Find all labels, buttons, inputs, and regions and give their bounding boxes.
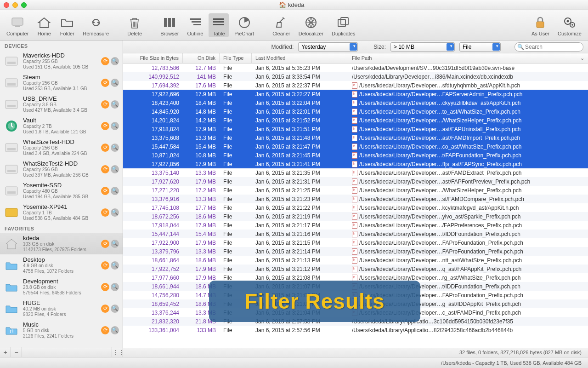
column-header-type[interactable]: File Type <box>220 53 252 63</box>
magnify-icon[interactable]: 🔍 <box>111 144 119 152</box>
magnify-icon[interactable]: 🔍 <box>111 261 119 270</box>
sidebar-item[interactable]: Mavericks-HDDCapacity 255 GBUsed 151 GB,… <box>0 50 123 72</box>
table-row[interactable]: 18,423,40018.4 MBFileJan 6, 2015 at 3:22… <box>123 98 588 107</box>
window-minimize-button[interactable] <box>12 2 18 8</box>
table-row[interactable]: 133,361,004133 MBFileJan 6, 2015 at 2:57… <box>123 326 588 334</box>
table-row[interactable]: 15,447,14415.4 MBFileJan 6, 2015 at 3:21… <box>123 230 588 238</box>
sidebar-item[interactable]: HUGE40.2 MB on disk9820 Files, 4 Folders… <box>0 298 123 319</box>
window-close-button[interactable] <box>4 2 9 8</box>
table-row[interactable]: 13,375,14013.3 MBFileJan 6, 2015 at 3:21… <box>123 168 588 177</box>
sidebar-item[interactable]: Yosemite-SSDCapacity 480 GBUsed 194 GB, … <box>0 180 123 201</box>
table-row[interactable]: 18,661,94418.6 MBFileJan 6, 2015 at 3:21… <box>123 282 588 291</box>
sidebar-remove-button[interactable]: − <box>11 347 22 357</box>
filter-size-select[interactable]: > 10 MB <box>390 42 455 52</box>
table-row[interactable]: 17,977,66017.9 MBFileJan 6, 2015 at 3:21… <box>123 273 588 282</box>
asuser-button[interactable]: As User <box>529 13 552 37</box>
refresh-icon[interactable]: ⟳ <box>101 305 109 313</box>
delete-button[interactable]: Delete <box>124 13 145 37</box>
folder-button[interactable]: Folder <box>57 13 77 37</box>
column-header-size[interactable]: File Size in Bytes <box>123 53 183 63</box>
table-row[interactable]: 12,783,58612.7 MBFileJan 6, 2015 at 5:35… <box>123 63 588 72</box>
magnify-icon[interactable]: 🔍 <box>111 165 119 173</box>
table-row[interactable]: 18,672,25618.6 MBFileJan 6, 2015 at 3:21… <box>123 212 588 221</box>
table-row[interactable]: 17,927,62017.9 MBFileJan 6, 2015 at 3:21… <box>123 177 588 186</box>
sidebar-item[interactable]: SteamCapacity 256 GBUsed 253 GB, Availab… <box>0 72 123 93</box>
refresh-icon[interactable]: ⟳ <box>101 100 109 109</box>
table-row[interactable]: 14,845,92014.8 MBFileJan 6, 2015 at 3:22… <box>123 107 588 116</box>
refresh-icon[interactable]: ⟳ <box>101 57 109 65</box>
duplicates-button[interactable]: Duplicates <box>329 13 358 37</box>
sidebar-item[interactable]: Desktop4.9 GB on disk4758 Files, 1072 Fo… <box>0 254 123 276</box>
table-row[interactable]: 17,745,10817.7 MBFileJan 6, 2015 at 3:21… <box>123 203 588 212</box>
refresh-icon[interactable]: ⟳ <box>101 283 109 291</box>
sidebar-item[interactable]: VaultCapacity 2 TBUsed 1.8 TB, Available… <box>0 115 123 137</box>
table-row[interactable]: 18,659,45218.6 MBFileJan 6, 2015 at 3:21… <box>123 299 588 308</box>
table-row[interactable]: 17,927,85617.9 MBFileJan 6, 2015 at 3:21… <box>123 160 588 168</box>
table-row[interactable]: 13,376,91613.3 MBFileJan 6, 2015 at 3:21… <box>123 195 588 203</box>
table-row[interactable]: 17,922,69617.9 MBFileJan 6, 2015 at 3:22… <box>123 90 588 98</box>
refresh-icon[interactable]: ⟳ <box>101 122 109 130</box>
column-header-path[interactable]: File Path⌄ <box>348 53 588 63</box>
table-row[interactable]: 15,447,58415.4 MBFileJan 6, 2015 at 3:21… <box>123 142 588 151</box>
refresh-icon[interactable]: ⟳ <box>101 261 109 270</box>
table-row[interactable]: 18,661,86418.6 MBFileJan 6, 2015 at 3:21… <box>123 256 588 264</box>
refresh-icon[interactable]: ⟳ <box>101 208 109 217</box>
column-header-modified[interactable]: Last Modified <box>252 53 348 63</box>
computer-button[interactable]: Computer <box>4 13 31 37</box>
sidebar-item[interactable]: USB_DRIVECapacity 3.8 GBUsed 427 MB, Ava… <box>0 93 123 115</box>
table-row[interactable]: 14,756,28014.7 MBFileJan 6, 2015 at 3:21… <box>123 291 588 299</box>
table-row[interactable]: 13,379,79613.3 MBFileJan 6, 2015 at 3:21… <box>123 247 588 256</box>
refresh-icon[interactable]: ⟳ <box>101 165 109 173</box>
column-header-disk[interactable]: On Disk <box>183 53 220 63</box>
window-zoom-button[interactable] <box>21 2 27 8</box>
sidebar-item[interactable]: Yosemite-XP941Capacity 1 TBUsed 538 GB, … <box>0 201 123 223</box>
table-row[interactable]: 13,376,24413.3 MBFileJan 6, 2015 at 3:21… <box>123 308 588 317</box>
browser-view-button[interactable]: Browser <box>158 13 181 37</box>
refresh-icon[interactable]: ⟳ <box>101 240 109 248</box>
sidebar-item[interactable]: Development28.8 GB on disk579544 Files, … <box>0 276 123 298</box>
magnify-icon[interactable]: 🔍 <box>111 208 119 217</box>
magnify-icon[interactable]: 🔍 <box>111 305 119 313</box>
table-row[interactable]: 17,922,75217.9 MBFileJan 6, 2015 at 3:21… <box>123 264 588 273</box>
table-row[interactable]: 14,201,82414.2 MBFileJan 6, 2015 at 3:21… <box>123 116 588 125</box>
table-view-button[interactable]: Table <box>209 13 229 37</box>
home-button[interactable]: Home <box>34 13 54 37</box>
cleaner-button[interactable]: Cleaner <box>270 13 293 37</box>
remeasure-button[interactable]: Remeasure <box>80 13 112 37</box>
sidebar-grip[interactable]: ⋮⋮ <box>112 347 123 357</box>
table-row[interactable]: 17,694,39217.6 MBFileJan 6, 2015 at 3:22… <box>123 81 588 90</box>
table-row[interactable]: 10,871,02410.8 MBFileJan 6, 2015 at 3:21… <box>123 151 588 160</box>
table-row[interactable]: 17,271,22017.2 MBFileJan 6, 2015 at 3:21… <box>123 186 588 195</box>
refresh-icon[interactable]: ⟳ <box>101 79 109 87</box>
outline-view-button[interactable]: Outline <box>185 13 206 37</box>
magnify-icon[interactable]: 🔍 <box>111 326 119 334</box>
customize-button[interactable]: Customize <box>555 13 584 37</box>
refresh-icon[interactable]: ⟳ <box>101 187 109 195</box>
magnify-icon[interactable]: 🔍 <box>111 240 119 248</box>
table-row[interactable]: 13,375,60813.3 MBFileJan 6, 2015 at 3:21… <box>123 133 588 142</box>
table-row[interactable]: 17,918,82417.9 MBFileJan 6, 2015 at 3:21… <box>123 125 588 133</box>
search-input[interactable] <box>514 42 583 52</box>
sidebar-item[interactable]: Music5 GB on disk2126 Files, 2241 Folder… <box>0 319 123 341</box>
table-body[interactable]: 12,783,58612.7 MBFileJan 6, 2015 at 5:35… <box>123 63 588 348</box>
delocalizer-button[interactable]: Delocalizer <box>296 13 326 37</box>
refresh-icon[interactable]: ⟳ <box>101 326 109 334</box>
sidebar-item[interactable]: WhatSizeTest2-HDDCapacity 256 GBUsed 337… <box>0 158 123 180</box>
refresh-icon[interactable]: ⟳ <box>101 144 109 152</box>
sidebar-item[interactable]: WhatSizeTest-HDDCapacity 256 GBUsed 3.4 … <box>0 137 123 158</box>
magnify-icon[interactable]: 🔍 <box>111 187 119 195</box>
sidebar-add-button[interactable]: + <box>0 347 11 357</box>
table-row[interactable]: 17,918,04417.9 MBFileJan 6, 2015 at 3:21… <box>123 221 588 230</box>
filter-modified-select[interactable]: Yesterday <box>298 42 358 52</box>
filter-kind-select[interactable]: File <box>459 42 501 52</box>
table-row[interactable]: 21,832,32021.8 MBFileJan 6, 2015 at 2:57… <box>123 317 588 326</box>
table-row[interactable]: 140,992,512141 MBFileJan 6, 2015 at 3:33… <box>123 72 588 81</box>
magnify-icon[interactable]: 🔍 <box>111 283 119 291</box>
magnify-icon[interactable]: 🔍 <box>111 122 119 130</box>
magnify-icon[interactable]: 🔍 <box>111 100 119 109</box>
magnify-icon[interactable]: 🔍 <box>111 57 119 65</box>
table-row[interactable]: 17,922,90017.9 MBFileJan 6, 2015 at 3:21… <box>123 238 588 247</box>
magnify-icon[interactable]: 🔍 <box>111 79 119 87</box>
sidebar-item[interactable]: kdeda103 GB on disk1142173 Files, 207975… <box>0 233 123 254</box>
piechart-view-button[interactable]: PieChart <box>232 13 257 37</box>
